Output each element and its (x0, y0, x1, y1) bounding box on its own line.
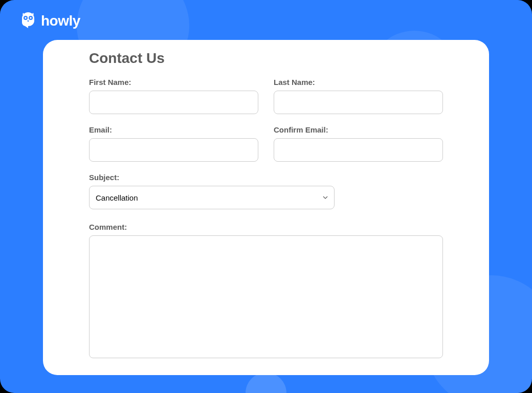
last-name-input[interactable] (274, 91, 443, 114)
subject-group: Subject: Cancellation (89, 173, 443, 209)
svg-point-2 (25, 17, 27, 19)
chevron-down-icon (323, 193, 328, 202)
confirm-email-group: Confirm Email: (274, 125, 443, 162)
svg-point-3 (30, 17, 32, 19)
email-row: Email: Confirm Email: (89, 125, 443, 162)
contact-form-card: Contact Us First Name: Last Name: Email:… (43, 40, 489, 375)
email-input[interactable] (89, 138, 258, 162)
bg-decoration (246, 373, 286, 393)
email-label: Email: (89, 125, 258, 134)
confirm-email-label: Confirm Email: (274, 125, 443, 134)
first-name-input[interactable] (89, 91, 258, 114)
last-name-group: Last Name: (274, 78, 443, 114)
first-name-group: First Name: (89, 78, 258, 114)
brand-name: howly (41, 13, 80, 29)
email-group: Email: (89, 125, 258, 162)
name-row: First Name: Last Name: (89, 78, 443, 114)
comment-group: Comment: (89, 223, 443, 358)
app-frame: howly Contact Us First Name: Last Name: … (0, 0, 532, 393)
subject-selected-value: Cancellation (96, 193, 138, 202)
comment-label: Comment: (89, 223, 443, 231)
first-name-label: First Name: (89, 78, 258, 86)
brand-logo: howly (19, 11, 80, 31)
last-name-label: Last Name: (274, 78, 443, 86)
confirm-email-input[interactable] (274, 138, 443, 162)
owl-icon (19, 11, 37, 31)
comment-textarea[interactable] (89, 235, 443, 358)
page-title: Contact Us (89, 50, 443, 67)
subject-select[interactable]: Cancellation (89, 186, 335, 209)
subject-label: Subject: (89, 173, 443, 182)
